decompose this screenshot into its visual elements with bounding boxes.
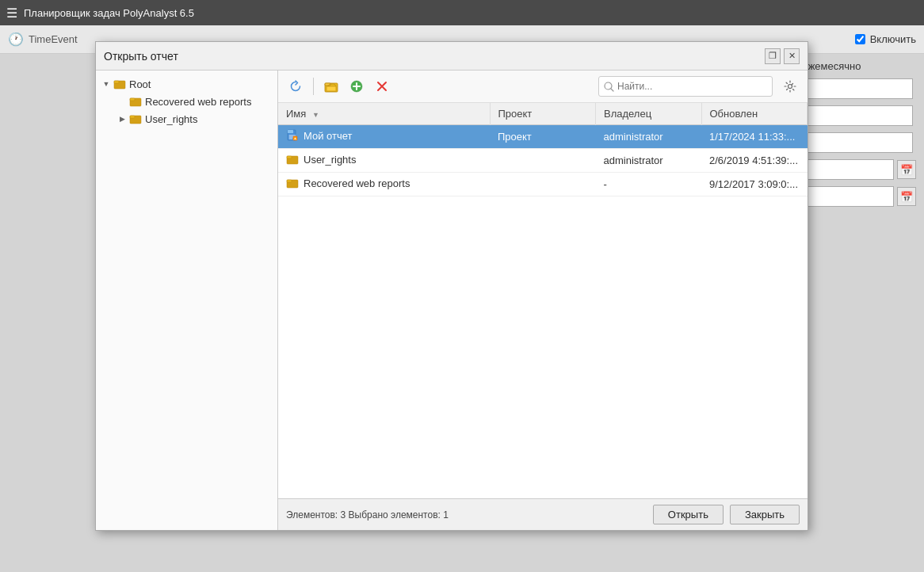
open-button[interactable]: Открыть <box>653 505 724 524</box>
table-row[interactable]: Мой отчет Проект administrator 1/17/2024… <box>278 125 808 149</box>
col-project[interactable]: Проект <box>490 103 596 125</box>
main-toolbar <box>278 71 808 103</box>
col-name[interactable]: Имя ▼ <box>278 103 490 125</box>
root-folder-icon <box>113 78 126 90</box>
dialog-title-buttons: ❐ ✕ <box>765 48 800 64</box>
calendar-btn-2[interactable]: 📅 <box>897 187 916 206</box>
table-row[interactable]: User_rights administrator 2/6/2019 4:51:… <box>278 149 808 173</box>
tree-item-root[interactable]: ▼ Root <box>96 75 277 93</box>
tree-root-label: Root <box>129 78 151 90</box>
row-project-cell <box>490 149 596 173</box>
status-buttons: Открыть Закрыть <box>653 505 800 524</box>
add-button[interactable] <box>346 75 368 97</box>
calendar-btn-1[interactable]: 📅 <box>897 160 916 179</box>
col-updated[interactable]: Обновлен <box>701 103 808 125</box>
svg-rect-5 <box>130 116 135 118</box>
row-updated-cell: 2/6/2019 4:51:39:... <box>701 149 808 173</box>
svg-rect-16 <box>287 156 292 158</box>
report-table: Имя ▼ Проект Владелец <box>278 103 808 498</box>
report-file-icon <box>286 129 299 142</box>
user-rights-folder-icon <box>129 112 142 125</box>
search-input[interactable] <box>617 81 767 92</box>
recovered-folder-icon <box>129 95 142 108</box>
search-icon <box>604 82 614 92</box>
tree-user-rights-label: User_rights <box>145 113 197 125</box>
refresh-button[interactable] <box>284 75 307 97</box>
files-table: Имя ▼ Проект Владелец <box>278 103 808 196</box>
row-name-cell: User_rights <box>278 149 490 173</box>
include-label: Включить <box>870 33 916 45</box>
row-name-cell: Мой отчет <box>278 125 490 149</box>
dialog-body: ▼ Root ▶ <box>96 71 808 530</box>
tree-item-user-rights[interactable]: ▶ User_rights <box>96 110 277 128</box>
open-report-dialog: Открыть отчет ❐ ✕ ▼ <box>95 41 808 531</box>
tree-panel: ▼ Root ▶ <box>96 71 278 530</box>
close-dialog-button[interactable]: ✕ <box>784 48 800 64</box>
delete-button[interactable] <box>371 75 393 97</box>
status-bar: Элементов: 3 Выбрано элементов: 1 Открыт… <box>278 498 808 530</box>
settings-icon <box>784 80 796 93</box>
folder-icon-row2 <box>286 177 299 189</box>
main-panel: Имя ▼ Проект Владелец <box>278 71 808 530</box>
open-folder-icon <box>324 79 338 93</box>
row-updated-cell: 9/12/2017 3:09:0:... <box>701 173 808 196</box>
row-updated-cell: 1/17/2024 11:33:... <box>701 125 808 149</box>
folder-item-2: Recovered web reports <box>286 177 410 189</box>
row-project-cell: Проект <box>490 125 596 149</box>
folder-icon-row <box>286 153 299 166</box>
dialog-titlebar: Открыть отчет ❐ ✕ <box>96 42 808 71</box>
search-box <box>598 76 773 97</box>
row-owner-cell: - <box>596 173 702 196</box>
status-text: Элементов: 3 Выбрано элементов: 1 <box>286 509 449 521</box>
menu-icon[interactable]: ☰ <box>6 6 17 21</box>
toolbar-sep-1 <box>313 78 314 95</box>
settings-button[interactable] <box>779 75 801 97</box>
svg-rect-13 <box>288 130 293 133</box>
delete-icon <box>376 80 388 93</box>
tree-recovered-label: Recovered web reports <box>145 96 251 108</box>
app-title: Планировщик задач PolyAnalyst 6.5 <box>24 7 194 19</box>
time-event-label: TimeEvent <box>29 33 78 45</box>
row-name-cell: Recovered web reports <box>278 173 490 196</box>
root-toggle-icon: ▼ <box>101 78 112 90</box>
include-checkbox[interactable] <box>855 34 865 44</box>
open-folder-button[interactable] <box>320 75 342 97</box>
report-item: Мой отчет <box>286 129 353 142</box>
row-owner-cell: administrator <box>596 149 702 173</box>
close-button[interactable]: Закрыть <box>730 505 800 524</box>
svg-rect-8 <box>326 86 336 91</box>
col-owner[interactable]: Владелец <box>596 103 702 125</box>
refresh-icon <box>289 80 302 93</box>
tree-item-recovered[interactable]: ▶ Recovered web reports <box>96 93 277 110</box>
dialog-title: Открыть отчет <box>104 50 178 63</box>
svg-rect-18 <box>287 180 292 182</box>
svg-rect-3 <box>130 98 135 101</box>
monthly-label: Ежемесячно <box>801 60 861 72</box>
svg-rect-1 <box>114 81 119 83</box>
row-owner-cell: administrator <box>596 125 702 149</box>
sort-icon-name: ▼ <box>312 111 319 119</box>
row-project-cell <box>490 173 596 196</box>
user-rights-toggle: ▶ <box>116 113 128 124</box>
folder-item: User_rights <box>286 153 356 166</box>
add-icon <box>350 80 363 93</box>
table-row[interactable]: Recovered web reports - 9/12/2017 3:09:0… <box>278 173 808 196</box>
restore-button[interactable]: ❐ <box>765 48 781 64</box>
